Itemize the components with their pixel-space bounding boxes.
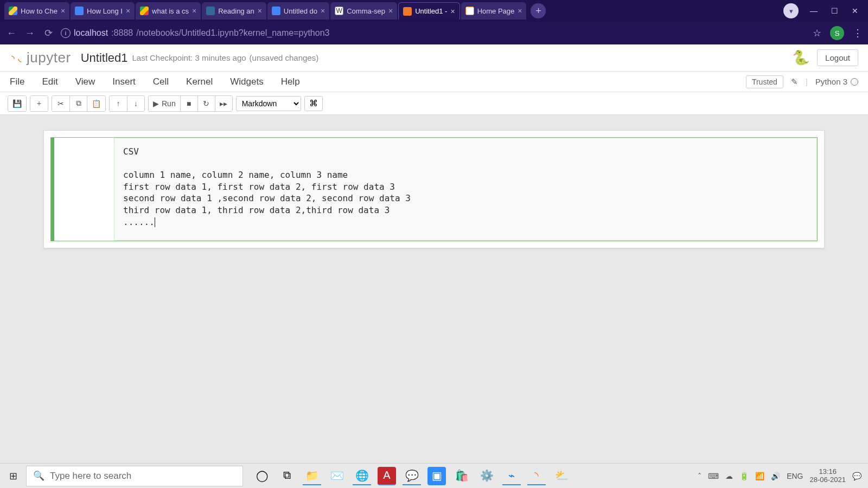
menu-kernel[interactable]: Kernel [186,76,213,87]
tray-battery-icon[interactable]: 🔋 [739,472,749,480]
restart-button[interactable]: ↻ [197,96,215,111]
browser-tab[interactable]: Home Page × [461,2,527,20]
menu-file[interactable]: File [10,76,24,87]
vscode-icon[interactable]: ⌁ [502,467,521,485]
menu-bar: File Edit View Insert Cell Kernel Widget… [0,72,868,92]
kernel-indicator[interactable]: Python 3 [815,77,858,86]
menu-view[interactable]: View [75,76,95,87]
google-icon [140,7,149,15]
browser-tab[interactable]: W Comma-sep × [330,2,397,20]
minimize-button[interactable]: — [808,7,819,15]
menu-widgets[interactable]: Widgets [230,76,263,87]
close-icon[interactable]: × [192,7,196,15]
tray-language[interactable]: ENG [787,472,803,480]
url-path: /notebooks/Untitled1.ipynb?kernel_name=p… [136,28,329,38]
close-icon[interactable]: × [61,7,65,15]
markdown-cell[interactable]: CSV column 1 name, column 2 name, column… [50,137,818,241]
file-explorer-icon[interactable]: 📁 [303,467,321,485]
close-icon[interactable]: × [321,7,325,15]
tray-chevron-icon[interactable]: ˄ [698,472,701,480]
text-cursor [155,217,155,227]
move-up-button[interactable]: ↑ [110,96,127,111]
taskbar-search[interactable]: 🔍 Type here to search [26,466,243,486]
mail-icon[interactable]: ✉️ [328,467,346,485]
browser-tab[interactable]: How to Che × [4,2,69,20]
taskview-icon[interactable]: ⧉ [278,467,296,485]
maximize-button[interactable]: ☐ [829,7,840,15]
tab-title: Reading an [218,7,254,15]
tray-clock[interactable]: 13:16 28-06-2021 [810,468,846,484]
close-window-button[interactable]: ✕ [850,7,860,15]
tab-title: what is a cs [152,7,189,15]
menu-help[interactable]: Help [281,76,300,87]
tab-title: How Long I [87,7,123,15]
notebook-name[interactable]: Untitled1 [81,51,128,65]
weather-icon[interactable]: ⛅ [552,467,571,485]
settings-icon[interactable]: ⚙️ [477,467,496,485]
save-button[interactable]: 💾 [8,96,26,111]
browser-tab-active[interactable]: Untitled1 - × [398,2,459,20]
profile-avatar[interactable]: S [830,26,844,40]
tray-onedrive-icon[interactable]: ☁ [725,472,733,480]
run-all-button[interactable]: ▸▸ [215,96,232,111]
menu-cell[interactable]: Cell [153,76,169,87]
cell-editor[interactable]: CSV column 1 name, column 2 name, column… [114,138,817,241]
tray-volume-icon[interactable]: 🔊 [771,472,780,480]
acrobat-icon[interactable]: A [378,467,396,485]
drive-icon [9,7,17,15]
cortana-icon[interactable]: ◯ [253,467,271,485]
cut-button[interactable]: ✂ [52,96,69,111]
interrupt-button[interactable]: ■ [180,96,197,111]
cell-content: CSV column 1 name, column 2 name, column… [123,146,411,227]
forward-button[interactable]: → [24,28,36,39]
browser-menu-icon[interactable]: ⋮ [853,27,863,39]
docs-icon [75,7,84,15]
notebook-area: CSV column 1 name, column 2 name, column… [0,115,868,264]
chrome-icon[interactable]: 🌐 [353,467,371,485]
move-down-button[interactable]: ↓ [127,96,144,111]
kernel-status-icon [851,78,858,86]
back-button[interactable]: ← [5,28,17,39]
tray-wifi-icon[interactable]: 📶 [755,472,764,480]
kernel-name: Python 3 [815,77,847,86]
taskbar-apps: ◯ ⧉ 📁 ✉️ 🌐 A 💬 ▣ 🛍️ ⚙️ ⌁ ◝ ⛅ [253,467,571,485]
reload-button[interactable]: ⟳ [42,27,54,39]
bookmark-star-icon[interactable]: ☆ [813,27,821,39]
cell-type-select[interactable]: Markdown [236,96,301,111]
paste-button[interactable]: 📋 [87,96,105,111]
tray-time: 13:16 [810,468,846,476]
site-info-icon[interactable]: i [61,28,71,38]
browser-tab[interactable]: what is a cs × [136,2,201,20]
new-tab-button[interactable]: + [531,3,546,18]
jupyter-taskbar-icon[interactable]: ◝ [527,467,546,485]
jupyter-header: ◝◟ jupyter Untitled1 Last Checkpoint: 3 … [0,44,868,72]
close-icon[interactable]: × [388,7,393,15]
menu-insert[interactable]: Insert [112,76,136,87]
menu-edit[interactable]: Edit [42,76,58,87]
browser-tab[interactable]: Reading an × [202,2,266,20]
windows-taskbar: ⊞ 🔍 Type here to search ◯ ⧉ 📁 ✉️ 🌐 A 💬 ▣… [0,463,868,488]
insert-cell-button[interactable]: ＋ [30,96,48,111]
browser-tab[interactable]: How Long I × [71,2,135,20]
close-icon[interactable]: × [126,7,130,15]
copy-button[interactable]: ⧉ [69,96,87,111]
run-button[interactable]: ▶Run [149,96,180,111]
browser-profile-icon[interactable]: ▾ [783,3,799,18]
tray-notifications-icon[interactable]: 💬 [852,472,861,480]
jupyter-brand-text: jupyter [27,49,71,66]
url-box[interactable]: i localhost:8888/notebooks/Untitled1.ipy… [61,28,329,38]
close-icon[interactable]: × [518,7,522,15]
whatsapp-icon[interactable]: 💬 [403,467,421,485]
close-icon[interactable]: × [258,7,262,15]
browser-tab[interactable]: Untitled do × [267,2,329,20]
jupyter-logo[interactable]: ◝◟ jupyter [10,49,71,66]
start-button[interactable]: ⊞ [0,464,26,489]
tray-keyboard-icon[interactable]: ⌨ [708,472,719,480]
logout-button[interactable]: Logout [817,49,858,66]
python-logo-icon: 🐍 [792,49,809,66]
command-palette-button[interactable]: ⌘ [304,96,323,111]
trusted-indicator[interactable]: Trusted [746,75,783,88]
ms-store-icon[interactable]: 🛍️ [452,467,471,485]
zoom-icon[interactable]: ▣ [427,467,446,485]
close-icon[interactable]: × [450,7,455,16]
